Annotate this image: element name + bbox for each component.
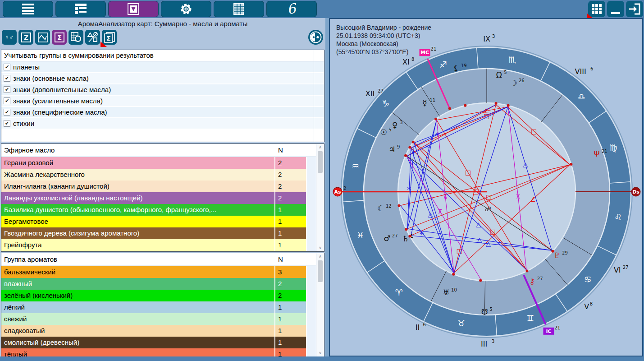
filter-divider <box>314 50 314 142</box>
table-row[interactable]: Жасмина лекарственного2 <box>1 169 324 180</box>
scroll-up-icon[interactable]: ∧ <box>319 253 322 260</box>
table-row[interactable]: бальзамический3 <box>1 266 324 278</box>
filter-checkbox[interactable]: ✔ <box>4 97 10 104</box>
row-label: свежий <box>1 313 275 325</box>
filter-item[interactable]: ✔знаки (специфические масла) <box>1 107 324 118</box>
chart-select-button[interactable] <box>108 1 159 17</box>
aspects-tool-button[interactable] <box>35 30 50 45</box>
mercury-degree: 11 <box>429 98 435 103</box>
chart-info-line: Высоцкий Владимир - рождение <box>336 23 431 32</box>
scorpio-sign-glyph: ♏ <box>508 55 516 65</box>
table-row[interactable]: тёплый1 <box>1 348 324 357</box>
filter-checkbox[interactable]: ✔ <box>4 86 10 93</box>
exit-button[interactable] <box>626 1 643 17</box>
column-header-n[interactable]: N <box>275 253 307 265</box>
table-header: Эфирное маслоN <box>1 144 324 157</box>
row-count: 2 <box>275 180 307 192</box>
aroma-analyzer-panel: АромаАнализатор карт: Суммарно - масла и… <box>0 18 325 356</box>
filter-item[interactable]: ✔планеты <box>1 62 324 73</box>
windows-button[interactable] <box>55 1 106 17</box>
mc-dot <box>448 107 451 110</box>
table-row[interactable]: Базилика душистого (обыкновенного, камфо… <box>1 204 324 216</box>
exit-icon <box>628 3 641 15</box>
aspect-opposition-glyph: ☍ <box>485 205 491 213</box>
vertical-scrollbar[interactable]: ∧∨ <box>316 253 324 356</box>
vertical-scrollbar[interactable]: ∧∨ <box>316 144 324 251</box>
table-row[interactable]: Гвоздичного дерева (сизигума ароматного)… <box>1 227 324 239</box>
aspect-trine-glyph: △ <box>476 221 481 228</box>
table-row[interactable]: смолистый (древесный)1 <box>1 337 324 348</box>
main-toolbar: 6 <box>0 0 644 18</box>
mars-degree: 27 <box>392 233 398 238</box>
row-count: 1 <box>275 313 307 325</box>
filter-label: знаки (основные масла) <box>13 74 89 82</box>
table-row[interactable]: свежий1 <box>1 313 324 325</box>
table-row[interactable]: сладковатый1 <box>1 325 324 337</box>
row-count: 2 <box>275 290 307 301</box>
mars-glyph: ♂ <box>384 234 390 243</box>
house-label-XI: XI <box>402 58 410 66</box>
north-node-dot <box>495 102 498 105</box>
table-row[interactable]: Герани розовой2 <box>1 157 324 169</box>
filter-checkbox[interactable]: ✔ <box>4 75 10 82</box>
table-row[interactable]: Лаванды узколистной (лаванды настоящей)2 <box>1 192 324 204</box>
cancer-sign-glyph: ♋ <box>584 274 592 284</box>
oils-table: Эфирное маслоNГерани розовой2Жасмина лек… <box>1 143 324 252</box>
row-count: 3 <box>275 266 307 278</box>
scroll-down-icon[interactable]: ∨ <box>319 350 322 356</box>
shapes-tool-button[interactable] <box>85 30 100 45</box>
table-search-tool-button[interactable] <box>69 30 83 45</box>
as-badge-label: As <box>334 189 341 195</box>
logo-button[interactable]: 6 <box>266 1 317 17</box>
table-row[interactable]: Грейпфрута1 <box>1 239 324 251</box>
selena-dot <box>397 204 400 207</box>
chiron-glyph: ⚷ <box>530 277 535 286</box>
planets-tool-button[interactable]: ♀♂ <box>2 30 17 45</box>
row-label: Иланг-иланга (кананги душистой) <box>1 180 275 192</box>
row-label: влажный <box>1 278 275 290</box>
minimize-button[interactable] <box>607 1 624 17</box>
moon-degree: 26 <box>519 78 525 83</box>
filter-checkbox[interactable]: ✔ <box>4 109 10 116</box>
filter-checkbox[interactable]: ✔ <box>4 64 10 70</box>
house-degree-V: 8 <box>590 301 593 306</box>
table-row[interactable]: влажный2 <box>1 278 324 290</box>
scroll-up-icon[interactable]: ∧ <box>319 144 322 151</box>
selena-glyph: ☾ <box>377 204 384 213</box>
column-header[interactable]: Эфирное масло <box>1 144 275 156</box>
scroll-thumb[interactable] <box>318 260 323 282</box>
menu-button[interactable] <box>3 1 53 17</box>
table-row[interactable]: лёгкий1 <box>1 301 324 313</box>
menu-icon <box>21 3 35 15</box>
row-count: 1 <box>275 337 307 348</box>
summary-pages-tool-button[interactable]: Σ <box>102 30 117 45</box>
row-label: смолистый (древесный) <box>1 337 275 348</box>
column-header-n[interactable]: N <box>275 144 307 156</box>
column-header[interactable]: Группа ароматов <box>1 253 275 265</box>
summary-tool-button[interactable]: Σ <box>52 30 67 45</box>
as-badge-degree: 2 <box>343 186 346 191</box>
scroll-down-icon[interactable]: ∨ <box>319 245 322 251</box>
filter-checkbox[interactable]: ✔ <box>4 120 10 127</box>
table-row[interactable]: зелёный (кисленький)2 <box>1 290 324 301</box>
tables-button[interactable] <box>214 1 264 17</box>
mercury-glyph: ☿ <box>422 98 427 107</box>
aspect-sesquiquadrate-glyph: □ <box>473 188 479 195</box>
zodiac-tool-button[interactable]: Z <box>18 30 33 45</box>
filter-item[interactable]: ✔стихии <box>1 118 324 130</box>
panel-gap <box>325 18 329 356</box>
contrast-button[interactable] <box>308 30 323 45</box>
row-count: 1 <box>275 239 307 251</box>
jupiter-dot <box>404 154 407 157</box>
filter-item[interactable]: ✔знаки (основные масла) <box>1 73 324 84</box>
aspect-semisquare-glyph: ∠ <box>530 196 536 203</box>
scroll-thumb[interactable] <box>318 151 323 173</box>
settings-button[interactable] <box>161 1 211 17</box>
filter-item[interactable]: ✔знаки (усилительные масла) <box>1 96 324 107</box>
grid-window-button[interactable] <box>588 1 605 17</box>
logo-6-icon: 6 <box>286 2 297 16</box>
ds-badge-label: Ds <box>632 189 639 195</box>
table-row[interactable]: Иланг-иланга (кананги душистой)2 <box>1 180 324 192</box>
table-row[interactable]: Бергамотовое1 <box>1 216 324 227</box>
filter-item[interactable]: ✔знаки (дополнительные масла) <box>1 84 324 96</box>
